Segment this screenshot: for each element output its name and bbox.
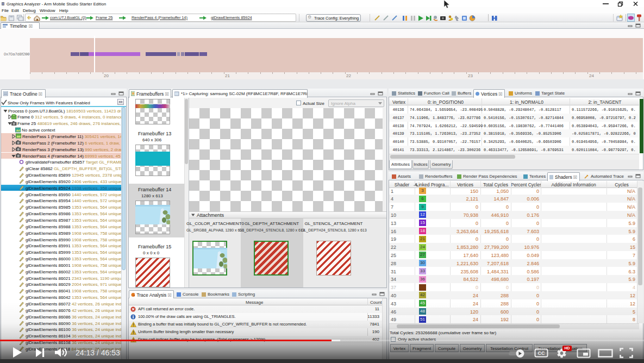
svg-text:CC: CC	[538, 351, 545, 356]
